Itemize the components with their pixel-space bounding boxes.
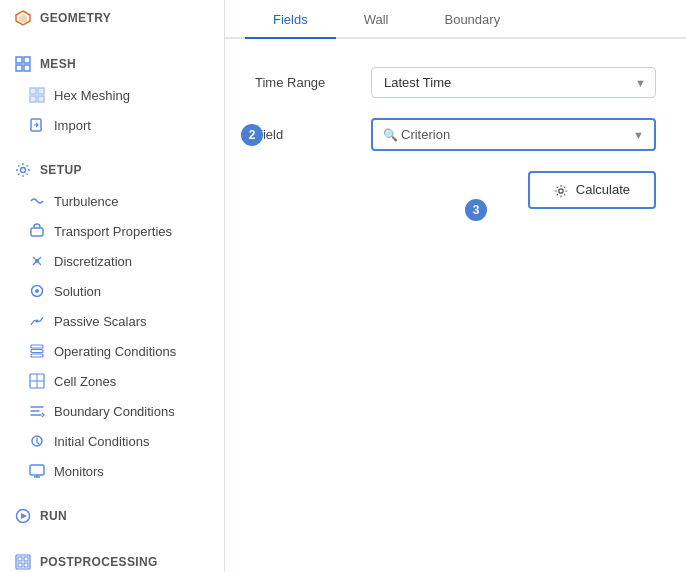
sidebar-header-postprocessing-label: POSTPROCESSING xyxy=(40,555,158,569)
sidebar-item-transport-properties[interactable]: Transport Properties xyxy=(0,216,224,246)
field-label: Field xyxy=(255,127,355,142)
calculate-button-label: Calculate xyxy=(576,182,630,197)
sidebar-section-geometry: GEOMETRY xyxy=(0,0,224,34)
svg-rect-18 xyxy=(31,350,43,353)
import-icon xyxy=(28,117,46,133)
tab-fields[interactable]: Fields xyxy=(245,0,336,39)
svg-rect-6 xyxy=(30,88,36,94)
geometry-icon xyxy=(14,10,32,26)
svg-rect-8 xyxy=(30,96,36,102)
gear-icon xyxy=(554,182,568,198)
time-range-select[interactable]: Latest Time All Times Custom xyxy=(371,67,656,98)
svg-rect-3 xyxy=(24,57,30,63)
passive-scalars-label: Passive Scalars xyxy=(54,314,146,329)
sidebar-item-initial-conditions[interactable]: Initial Conditions xyxy=(0,426,224,456)
turbulence-icon xyxy=(28,193,46,209)
sidebar-section-run: RUN xyxy=(0,498,224,532)
passive-scalars-icon xyxy=(28,313,46,329)
time-range-label: Time Range xyxy=(255,75,355,90)
calculate-btn-row: Calculate xyxy=(255,171,656,209)
calculate-number-badge: 3 xyxy=(465,199,487,221)
sidebar-item-discretization[interactable]: Discretization xyxy=(0,246,224,276)
sidebar-header-geometry-label: GEOMETRY xyxy=(40,11,111,25)
monitors-icon xyxy=(28,463,46,479)
turbulence-label: Turbulence xyxy=(54,194,119,209)
solution-icon xyxy=(28,283,46,299)
sidebar-header-run[interactable]: RUN xyxy=(0,498,224,532)
sidebar-item-hex-meshing[interactable]: Hex Meshing xyxy=(0,80,224,110)
field-select-wrap: 🔍 Criterion ▼ xyxy=(371,118,656,151)
field-badge: 2 xyxy=(241,124,263,146)
boundary-conditions-label: Boundary Conditions xyxy=(54,404,175,419)
tabs-bar: Fields Wall Boundary xyxy=(225,0,686,39)
mesh-icon xyxy=(14,56,32,72)
field-row-wrapper: 2 Field 🔍 Criterion ▼ xyxy=(255,118,656,151)
main-content: Time Range Latest Time All Times Custom … xyxy=(225,39,686,572)
time-range-row: Time Range Latest Time All Times Custom … xyxy=(255,67,656,98)
sidebar-header-mesh[interactable]: MESH xyxy=(0,46,224,80)
sidebar-item-cell-zones[interactable]: Cell Zones xyxy=(0,366,224,396)
svg-rect-24 xyxy=(30,465,44,475)
operating-conditions-icon xyxy=(28,343,46,359)
postprocessing-icon xyxy=(14,554,32,570)
initial-conditions-label: Initial Conditions xyxy=(54,434,149,449)
sidebar-item-import[interactable]: Import xyxy=(0,110,224,140)
svg-rect-12 xyxy=(31,228,43,236)
discretization-label: Discretization xyxy=(54,254,132,269)
svg-marker-1 xyxy=(19,14,27,23)
sidebar-item-solution[interactable]: Solution xyxy=(0,276,224,306)
sidebar-header-geometry[interactable]: GEOMETRY xyxy=(0,0,224,34)
calculate-row-wrapper: 3 Calculate xyxy=(255,171,656,209)
sidebar-item-operating-conditions[interactable]: Operating Conditions xyxy=(0,336,224,366)
sidebar-section-mesh: MESH Hex Meshing Import xyxy=(0,46,224,140)
sidebar-section-postprocessing: POSTPROCESSING Calculate 1 xyxy=(0,544,224,572)
sidebar-header-setup[interactable]: SETUP xyxy=(0,152,224,186)
svg-point-16 xyxy=(36,320,39,323)
transport-properties-label: Transport Properties xyxy=(54,224,172,239)
svg-point-11 xyxy=(21,168,26,173)
sidebar-item-passive-scalars[interactable]: Passive Scalars xyxy=(0,306,224,336)
run-icon xyxy=(14,508,32,524)
svg-rect-17 xyxy=(31,345,43,348)
sidebar-section-setup: SETUP Turbulence Transport Properties xyxy=(0,152,224,486)
monitors-label: Monitors xyxy=(54,464,104,479)
svg-rect-5 xyxy=(24,65,30,71)
boundary-conditions-icon xyxy=(28,403,46,419)
svg-point-41 xyxy=(559,188,563,192)
sidebar: GEOMETRY MESH xyxy=(0,0,225,572)
import-label: Import xyxy=(54,118,91,133)
operating-conditions-label: Operating Conditions xyxy=(54,344,176,359)
svg-rect-9 xyxy=(38,96,44,102)
svg-rect-4 xyxy=(16,65,22,71)
transport-properties-icon xyxy=(28,223,46,239)
cell-zones-label: Cell Zones xyxy=(54,374,116,389)
svg-marker-28 xyxy=(21,513,27,519)
svg-rect-32 xyxy=(18,563,22,567)
discretization-icon xyxy=(28,253,46,269)
initial-conditions-icon xyxy=(28,433,46,449)
time-range-control: Latest Time All Times Custom ▼ xyxy=(371,67,656,98)
sidebar-item-boundary-conditions[interactable]: Boundary Conditions xyxy=(0,396,224,426)
sidebar-item-turbulence[interactable]: Turbulence xyxy=(0,186,224,216)
cell-zones-icon xyxy=(28,373,46,389)
field-row: Field 🔍 Criterion ▼ xyxy=(255,118,656,151)
sidebar-item-monitors[interactable]: Monitors xyxy=(0,456,224,486)
sidebar-header-mesh-label: MESH xyxy=(40,57,76,71)
setup-icon xyxy=(14,162,32,178)
svg-rect-19 xyxy=(31,354,43,357)
sidebar-header-run-label: RUN xyxy=(40,509,67,523)
field-control: 🔍 Criterion ▼ xyxy=(371,118,656,151)
solution-label: Solution xyxy=(54,284,101,299)
field-select[interactable]: Criterion xyxy=(373,120,654,149)
svg-rect-33 xyxy=(24,563,28,567)
calculate-button[interactable]: Calculate xyxy=(528,171,656,209)
tab-boundary[interactable]: Boundary xyxy=(416,0,528,39)
hex-meshing-label: Hex Meshing xyxy=(54,88,130,103)
tab-wall[interactable]: Wall xyxy=(336,0,417,39)
hex-meshing-icon xyxy=(28,87,46,103)
svg-rect-30 xyxy=(18,557,22,561)
svg-point-15 xyxy=(35,289,39,293)
sidebar-header-postprocessing[interactable]: POSTPROCESSING xyxy=(0,544,224,572)
svg-rect-7 xyxy=(38,88,44,94)
svg-rect-31 xyxy=(24,557,28,561)
